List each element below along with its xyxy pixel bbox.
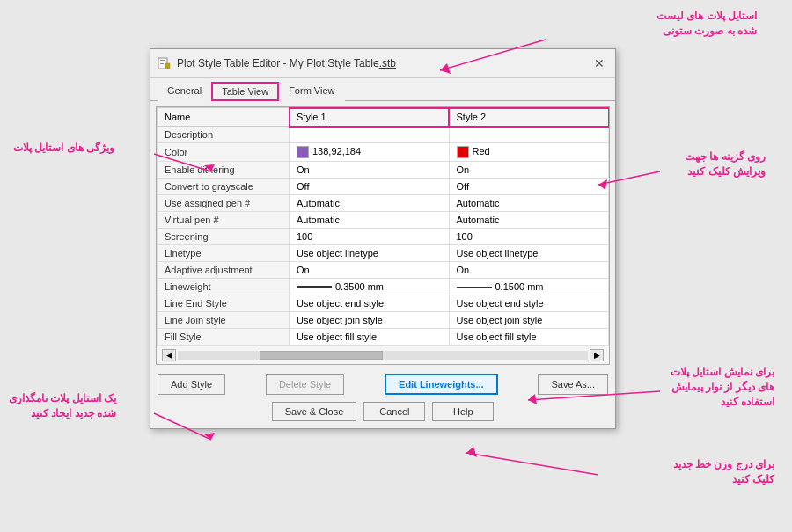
- prop-label: Convert to grayscale: [158, 179, 290, 195]
- edit-lineweights-button[interactable]: Edit Lineweights...: [385, 374, 498, 395]
- add-style-button[interactable]: Add Style: [158, 374, 225, 395]
- style1-value[interactable]: 100: [290, 229, 450, 245]
- svg-rect-2: [160, 62, 165, 62]
- prop-label: Use assigned pen #: [158, 195, 290, 212]
- col-header-style1[interactable]: Style 1: [290, 108, 450, 127]
- plot-style-editor-dialog: Plot Style Table Editor - My Plot Style …: [150, 48, 616, 429]
- style1-value[interactable]: Off: [290, 179, 450, 195]
- prop-label: Color: [158, 143, 290, 162]
- style1-value[interactable]: Use object join style: [290, 312, 450, 329]
- style1-value[interactable]: Automatic: [290, 195, 450, 212]
- col-header-style2[interactable]: Style 2: [449, 108, 609, 127]
- table-row: Screening 100 100: [158, 229, 609, 245]
- style2-color-value[interactable]: Red: [449, 143, 609, 162]
- line-bar-2: [457, 287, 492, 288]
- style2-value[interactable]: Use object join style: [449, 312, 609, 329]
- table-row: Line Join style Use object join style Us…: [158, 312, 609, 329]
- scroll-track[interactable]: [178, 351, 588, 360]
- annotation-bottom-lineweight: برای درج وزن خط جدیدکلیک کنید: [673, 457, 774, 487]
- prop-label: Line Join style: [158, 312, 290, 329]
- style1-color-value[interactable]: 138,92,184: [290, 143, 450, 162]
- table-row: Virtual pen # Automatic Automatic: [158, 212, 609, 229]
- prop-label: Adaptive adjustment: [158, 262, 290, 279]
- prop-label: Virtual pen #: [158, 212, 290, 229]
- annotation-right-middle: روی گزینه ها جهتویرایش کلیک کنید: [685, 149, 766, 179]
- tab-table-view[interactable]: Table View: [211, 82, 279, 101]
- svg-rect-1: [160, 60, 165, 61]
- annotation-right-nav: برای نمایش استایل پلاتهای دیگر از نوار پ…: [671, 365, 774, 409]
- style1-value[interactable]: Use object linetype: [290, 245, 450, 262]
- scroll-left-button[interactable]: ◀: [162, 349, 176, 361]
- prop-label: Linetype: [158, 245, 290, 262]
- style1-value[interactable]: On: [290, 162, 450, 179]
- scroll-thumb[interactable]: [260, 351, 383, 360]
- table-row: Fill Style Use object fill style Use obj…: [158, 329, 609, 346]
- style2-value[interactable]: 100: [449, 229, 609, 245]
- prop-label: Screening: [158, 229, 290, 245]
- tab-general[interactable]: General: [158, 82, 211, 101]
- dialog-titlebar: Plot Style Table Editor - My Plot Style …: [150, 49, 615, 78]
- style2-value[interactable]: Use object fill style: [449, 329, 609, 346]
- annotation-top-right: استایل پلات های لیستشده به صورت ستونی: [656, 9, 757, 39]
- style1-value[interactable]: [290, 127, 450, 143]
- lineweight-display: 0.3500 mm: [297, 281, 442, 292]
- table-row: Color 138,92,184 Red: [158, 143, 609, 162]
- cancel-button[interactable]: Cancel: [363, 402, 425, 421]
- prop-label: Fill Style: [158, 329, 290, 346]
- style-table-container: Name Style 1 Style 2 Description Color: [156, 106, 610, 365]
- table-row: Lineweight 0.3500 mm 0.1500 mm: [158, 279, 609, 295]
- table-row: Adaptive adjustment On On: [158, 262, 609, 279]
- color-swatch-style2: [457, 146, 469, 158]
- save-as-button[interactable]: Save As...: [538, 374, 608, 395]
- style2-value[interactable]: Automatic: [449, 212, 609, 229]
- help-button[interactable]: Help: [432, 402, 494, 421]
- tab-form-view[interactable]: Form View: [279, 82, 344, 101]
- style-table: Name Style 1 Style 2 Description Color: [157, 107, 609, 346]
- style2-lineweight[interactable]: 0.1500 mm: [449, 279, 609, 295]
- style1-value[interactable]: Use object fill style: [290, 329, 450, 346]
- table-row: Linetype Use object linetype Use object …: [158, 245, 609, 262]
- table-row: Enable dithering On On: [158, 162, 609, 179]
- svg-rect-4: [165, 63, 170, 69]
- style1-value[interactable]: Use object end style: [290, 295, 450, 312]
- svg-marker-14: [204, 433, 215, 440]
- prop-label: Line End Style: [158, 295, 290, 312]
- style2-value[interactable]: On: [449, 262, 609, 279]
- style1-lineweight[interactable]: 0.3500 mm: [290, 279, 450, 295]
- style2-value[interactable]: Use object end style: [449, 295, 609, 312]
- line-bar: [297, 286, 332, 288]
- svg-rect-3: [160, 63, 164, 64]
- button-row-1: Add Style Delete Style Edit Lineweights.…: [150, 370, 615, 398]
- table-scroll-area[interactable]: Name Style 1 Style 2 Description Color: [157, 107, 609, 346]
- table-row: Description: [158, 127, 609, 143]
- dialog-title-text: Plot Style Table Editor - My Plot Style …: [177, 57, 396, 69]
- prop-label: Enable dithering: [158, 162, 290, 179]
- tab-bar: General Table View Form View: [150, 78, 615, 101]
- style1-value[interactable]: Automatic: [290, 212, 450, 229]
- table-row: Convert to grayscale Off Off: [158, 179, 609, 195]
- svg-marker-16: [466, 447, 477, 457]
- dialog-title-extension: .stb: [379, 57, 396, 69]
- svg-line-10: [466, 453, 598, 475]
- style2-value[interactable]: On: [449, 162, 609, 179]
- button-row-2: Save & Close Cancel Help: [150, 398, 615, 428]
- style2-value[interactable]: Automatic: [449, 195, 609, 212]
- save-close-button[interactable]: Save & Close: [272, 402, 357, 421]
- close-button[interactable]: ✕: [590, 55, 608, 72]
- color-swatch-style1: [297, 146, 309, 158]
- scroll-right-button[interactable]: ▶: [590, 349, 604, 361]
- annotation-left-bottom: یک استایل پلات نامگذاریشده جدید ایجاد کن…: [9, 391, 116, 421]
- horizontal-scrollbar[interactable]: ◀ ▶: [157, 346, 609, 364]
- table-row: Use assigned pen # Automatic Automatic: [158, 195, 609, 212]
- dialog-icon: [158, 56, 172, 70]
- prop-label: Lineweight: [158, 279, 290, 295]
- prop-label: Description: [158, 127, 290, 143]
- table-row: Line End Style Use object end style Use …: [158, 295, 609, 312]
- lineweight-display-2: 0.1500 mm: [457, 281, 602, 292]
- style2-value[interactable]: Off: [449, 179, 609, 195]
- style2-value[interactable]: Use object linetype: [449, 245, 609, 262]
- style2-value[interactable]: [449, 127, 609, 143]
- dialog-title-area: Plot Style Table Editor - My Plot Style …: [158, 56, 396, 70]
- delete-style-button[interactable]: Delete Style: [266, 374, 344, 395]
- style1-value[interactable]: On: [290, 262, 450, 279]
